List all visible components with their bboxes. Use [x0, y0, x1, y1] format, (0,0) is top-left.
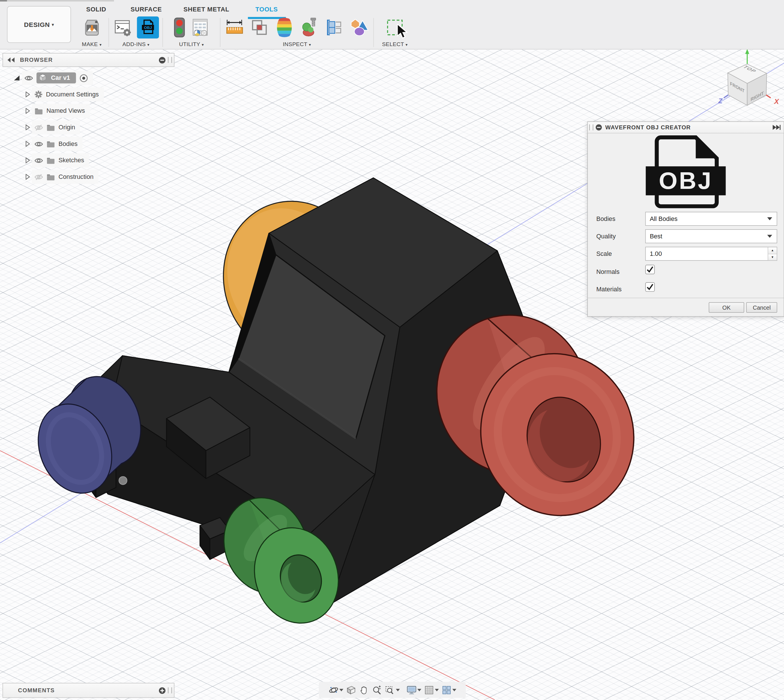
- panel-drag-handle[interactable]: [168, 57, 172, 63]
- disclosure-collapsed-icon[interactable]: [24, 173, 31, 180]
- chevron-down-icon: ▾: [52, 22, 54, 27]
- checkmark-icon: [646, 265, 654, 274]
- tree-row-construction[interactable]: Construction: [0, 170, 104, 183]
- eye-icon[interactable]: [34, 140, 43, 147]
- ok-button[interactable]: OK: [709, 302, 744, 313]
- tab-tools[interactable]: TOOLS: [238, 2, 296, 17]
- viewport-3d-scene: [0, 0, 784, 700]
- scale-input[interactable]: [646, 250, 761, 258]
- x-axis-label: X: [774, 98, 779, 105]
- interference-icon[interactable]: [249, 17, 270, 37]
- grid-settings-tool[interactable]: [424, 685, 439, 695]
- dock-panel-icon[interactable]: [772, 125, 781, 130]
- scale-stepper[interactable]: ▲▼: [768, 247, 777, 260]
- group-make-label[interactable]: MAKE ▾: [75, 41, 109, 47]
- section-analysis-icon[interactable]: [324, 17, 345, 37]
- group-add-ins: OBJ ADD-INS ▾: [110, 17, 162, 48]
- dialog-minimize-icon[interactable]: [595, 124, 602, 131]
- group-inspect-label[interactable]: INSPECT ▾: [222, 41, 372, 47]
- folder-icon: [47, 173, 55, 181]
- 3d-print-icon[interactable]: [82, 17, 102, 37]
- materials-checkbox[interactable]: [645, 282, 655, 292]
- display-settings-icon: [406, 685, 417, 695]
- scripts-addins-icon[interactable]: [113, 17, 133, 37]
- bodies-select[interactable]: All Bodies: [645, 212, 777, 226]
- folder-icon: [47, 157, 55, 164]
- disclosure-collapsed-icon[interactable]: [24, 107, 31, 114]
- tree-row-sketches[interactable]: Sketches: [0, 154, 104, 167]
- health-status-icon[interactable]: [173, 17, 186, 38]
- toolbar-separator: [162, 18, 163, 47]
- root-component-pill[interactable]: Car v1: [36, 72, 76, 83]
- toolbar-separator: [220, 18, 221, 47]
- eye-off-icon[interactable]: [34, 124, 43, 131]
- component-color-icon[interactable]: [349, 17, 369, 37]
- browser-tree: Car v1 Document: [0, 72, 104, 187]
- zoom-icon: [372, 685, 383, 695]
- tree-row-root[interactable]: Car v1: [0, 72, 104, 85]
- window-edge-strip: [0, 0, 114, 2]
- measure-icon[interactable]: [224, 17, 245, 37]
- add-comment-icon[interactable]: [158, 687, 166, 694]
- obj-creator-addin-icon-active[interactable]: OBJ: [137, 17, 159, 38]
- eye-icon[interactable]: [25, 75, 33, 81]
- toolbar-separator: [109, 18, 109, 47]
- group-utility: UTILITY ▾: [164, 17, 219, 48]
- tree-row-bodies[interactable]: Bodies: [0, 137, 104, 150]
- orbit-tool[interactable]: [328, 685, 343, 695]
- chevron-down-icon: [452, 688, 456, 691]
- display-settings-tool[interactable]: [406, 685, 421, 695]
- orbit-icon: [328, 685, 339, 695]
- browser-panel-header[interactable]: BROWSER: [3, 53, 174, 67]
- pan-tool[interactable]: [359, 685, 369, 695]
- design-menu-button[interactable]: DESIGN ▾: [7, 6, 71, 43]
- panel-drag-handle[interactable]: [168, 687, 172, 693]
- disclosure-collapsed-icon[interactable]: [24, 124, 31, 131]
- tab-sheet-metal[interactable]: SHEET METAL: [175, 2, 238, 17]
- tree-row-origin[interactable]: Origin: [0, 121, 104, 133]
- navigation-toolbar: [319, 682, 466, 698]
- normals-checkbox[interactable]: [645, 265, 655, 274]
- look-at-tool[interactable]: [346, 685, 356, 695]
- folder-icon: [34, 107, 43, 115]
- eye-off-icon[interactable]: [34, 174, 43, 180]
- group-add-ins-label[interactable]: ADD-INS ▾: [110, 41, 162, 47]
- obj-file-icon: OBJ: [139, 18, 157, 37]
- dialog-drag-handle[interactable]: [589, 125, 593, 130]
- panel-minimize-icon[interactable]: [158, 56, 166, 63]
- disclosure-collapsed-icon[interactable]: [24, 91, 31, 98]
- quality-select[interactable]: Best: [645, 229, 777, 243]
- dialog-title: WAVEFRONT OBJ CREATOR: [605, 125, 691, 130]
- root-component-name: Car v1: [51, 74, 70, 81]
- tree-row-named-views[interactable]: Named Views: [0, 105, 104, 117]
- eye-icon[interactable]: [34, 157, 43, 164]
- chevron-down-icon: [339, 688, 343, 691]
- comments-panel-header[interactable]: COMMENTS: [3, 683, 174, 698]
- cancel-button[interactable]: Cancel: [746, 302, 777, 313]
- tab-surface[interactable]: SURFACE: [117, 2, 175, 17]
- dialog-header[interactable]: WAVEFRONT OBJ CREATOR: [588, 122, 784, 133]
- dialog-footer-separator: [588, 298, 784, 298]
- collapse-panel-icon[interactable]: [7, 57, 15, 63]
- viewports-tool[interactable]: [441, 685, 456, 695]
- activate-component-radio[interactable]: [80, 73, 88, 82]
- viewport-3d[interactable]: [0, 0, 784, 700]
- group-select-label[interactable]: SELECT ▾: [376, 41, 414, 47]
- zoom-tool[interactable]: [372, 685, 383, 695]
- change-parameters-icon[interactable]: [190, 17, 210, 37]
- disclosure-expanded-icon[interactable]: [13, 74, 20, 81]
- tree-row-document-settings[interactable]: Document Settings: [0, 88, 104, 101]
- group-utility-label[interactable]: UTILITY ▾: [164, 41, 219, 47]
- comments-panel-title: COMMENTS: [18, 687, 55, 693]
- disclosure-collapsed-icon[interactable]: [24, 157, 31, 164]
- disclosure-collapsed-icon[interactable]: [24, 140, 31, 147]
- group-inspect: INSPECT ▾: [222, 17, 372, 48]
- zoom-window-tool[interactable]: [385, 685, 400, 695]
- wavefront-obj-creator-dialog: WAVEFRONT OBJ CREATOR OBJ Bodies All Bod…: [587, 121, 784, 317]
- y-axis-arrow: [746, 49, 749, 54]
- draft-analysis-icon[interactable]: [299, 17, 320, 37]
- tab-solid[interactable]: SOLID: [75, 2, 117, 17]
- normals-field-label: Normals: [596, 265, 619, 279]
- curvature-comb-icon[interactable]: [274, 17, 295, 37]
- viewcube[interactable]: TOP FRONT RIGHT Z X: [712, 45, 784, 112]
